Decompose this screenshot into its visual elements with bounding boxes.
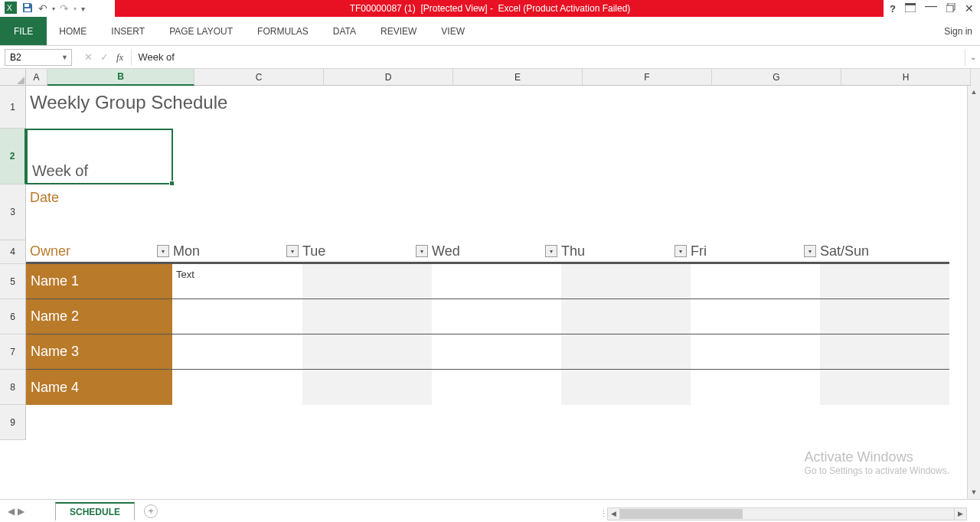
- sheet-tab-schedule[interactable]: SCHEDULE: [55, 502, 135, 520]
- row-header-9[interactable]: 9: [0, 405, 26, 440]
- name-box-dropdown-icon[interactable]: ▼: [61, 54, 68, 61]
- day-cell[interactable]: [302, 299, 432, 334]
- day-cell[interactable]: [302, 264, 432, 299]
- filter-button[interactable]: ▾: [545, 245, 557, 257]
- active-cell[interactable]: Week of: [26, 129, 173, 184]
- horizontal-scrollbar[interactable]: ⋮ ◀ ▶: [599, 507, 967, 520]
- minimize-icon[interactable]: —: [925, 0, 937, 13]
- day-cell[interactable]: [432, 264, 561, 299]
- owner-cell[interactable]: Name 4: [26, 370, 173, 405]
- filter-button[interactable]: ▾: [416, 245, 428, 257]
- enter-icon[interactable]: ✓: [100, 51, 109, 63]
- sheet-nav-prev-icon[interactable]: ◀: [8, 506, 15, 517]
- tab-view[interactable]: VIEW: [429, 17, 477, 45]
- name-box-value: B2: [10, 52, 21, 63]
- day-cell[interactable]: [561, 299, 691, 334]
- tab-insert[interactable]: INSERT: [99, 17, 157, 45]
- col-header-D[interactable]: D: [324, 69, 453, 86]
- qat-customize-icon[interactable]: ▾: [81, 5, 85, 13]
- filter-button[interactable]: ▾: [675, 245, 687, 257]
- day-cell[interactable]: [820, 370, 949, 405]
- tab-formulas[interactable]: FORMULAS: [245, 17, 321, 45]
- cancel-icon[interactable]: ✕: [84, 51, 93, 63]
- day-cell[interactable]: [561, 264, 691, 299]
- filter-button[interactable]: ▾: [286, 245, 299, 257]
- day-cell[interactable]: [820, 264, 949, 299]
- day-cell[interactable]: [691, 299, 820, 334]
- owner-cell[interactable]: Name 1: [26, 264, 173, 299]
- scroll-right-icon[interactable]: ▶: [954, 507, 967, 520]
- day-cell[interactable]: [432, 334, 561, 369]
- tab-data[interactable]: DATA: [321, 17, 368, 45]
- hscroll-thumb[interactable]: [620, 509, 743, 519]
- row-header-3[interactable]: 3: [0, 184, 26, 240]
- close-icon[interactable]: ✕: [965, 2, 974, 15]
- row-header-6[interactable]: 6: [0, 299, 26, 334]
- tab-review[interactable]: REVIEW: [368, 17, 429, 45]
- table-header-label: Wed: [432, 243, 460, 259]
- day-cell[interactable]: [691, 370, 820, 405]
- redo-drop-icon[interactable]: ▾: [74, 5, 77, 12]
- day-cell[interactable]: [820, 334, 949, 369]
- day-cell[interactable]: [173, 334, 302, 369]
- add-sheet-button[interactable]: +: [144, 504, 158, 518]
- day-cell[interactable]: [561, 370, 691, 405]
- day-cell[interactable]: [691, 334, 820, 369]
- formula-input[interactable]: Week of: [131, 49, 965, 66]
- filter-button[interactable]: ▾: [804, 245, 816, 257]
- row-header-1[interactable]: 1: [0, 86, 26, 129]
- sign-in-link[interactable]: Sign in: [936, 17, 980, 45]
- filter-button[interactable]: ▾: [157, 245, 169, 257]
- row-header-5[interactable]: 5: [0, 264, 26, 299]
- owner-cell[interactable]: Name 3: [26, 334, 173, 369]
- fx-icon[interactable]: fx: [116, 51, 123, 64]
- vscroll-track[interactable]: [968, 99, 980, 486]
- day-cell[interactable]: [173, 299, 302, 334]
- col-header-E[interactable]: E: [453, 69, 583, 86]
- ribbon-display-icon[interactable]: [905, 3, 916, 15]
- row-header-7[interactable]: 7: [0, 334, 26, 370]
- save-icon[interactable]: [21, 2, 34, 16]
- hscroll-track[interactable]: [620, 507, 954, 520]
- col-header-C[interactable]: C: [194, 69, 324, 86]
- day-cell[interactable]: Text: [173, 264, 302, 299]
- help-icon[interactable]: ?: [890, 3, 896, 15]
- col-header-A[interactable]: A: [26, 69, 47, 86]
- day-cell[interactable]: [561, 334, 691, 369]
- row-header-8[interactable]: 8: [0, 370, 26, 405]
- file-tab[interactable]: FILE: [0, 17, 47, 45]
- scroll-up-icon[interactable]: ▲: [968, 86, 980, 99]
- col-header-H[interactable]: H: [841, 69, 971, 86]
- fill-handle[interactable]: [169, 181, 175, 186]
- col-header-G[interactable]: G: [712, 69, 841, 86]
- cells-area[interactable]: Weekly Group Schedule Week of Date Owner…: [26, 86, 980, 499]
- undo-icon[interactable]: ↶: [38, 2, 47, 15]
- col-header-F[interactable]: F: [583, 69, 712, 86]
- day-cell[interactable]: [302, 334, 432, 369]
- undo-drop-icon[interactable]: ▾: [52, 5, 55, 12]
- day-cell[interactable]: [432, 299, 561, 334]
- expand-formula-bar-icon[interactable]: ⌄: [965, 49, 980, 66]
- scroll-down-icon[interactable]: ▼: [968, 486, 980, 499]
- row-header-4[interactable]: 4: [0, 240, 26, 264]
- day-cell[interactable]: [691, 264, 820, 299]
- vertical-scrollbar[interactable]: ▲ ▼: [967, 86, 980, 499]
- owner-cell[interactable]: Name 2: [26, 299, 173, 334]
- day-cell[interactable]: [820, 299, 949, 334]
- hscroll-split-icon[interactable]: ⋮: [599, 509, 607, 519]
- redo-icon[interactable]: ↷: [60, 2, 69, 15]
- day-cell[interactable]: [432, 370, 561, 405]
- restore-icon[interactable]: [946, 3, 956, 15]
- day-cell[interactable]: [302, 370, 432, 405]
- name-box[interactable]: B2 ▼: [5, 49, 72, 66]
- select-all-corner[interactable]: [0, 69, 26, 86]
- day-cell[interactable]: [173, 370, 302, 405]
- tab-home[interactable]: HOME: [47, 17, 99, 45]
- svg-rect-7: [946, 5, 953, 12]
- tab-page-layout[interactable]: PAGE LAYOUT: [157, 17, 245, 45]
- col-header-B[interactable]: B: [47, 69, 194, 86]
- grid: 123456789 ABCDEFGH Weekly Group Schedule…: [0, 69, 980, 499]
- scroll-left-icon[interactable]: ◀: [607, 507, 620, 520]
- sheet-nav-next-icon[interactable]: ▶: [18, 506, 24, 517]
- row-header-2[interactable]: 2: [0, 129, 26, 184]
